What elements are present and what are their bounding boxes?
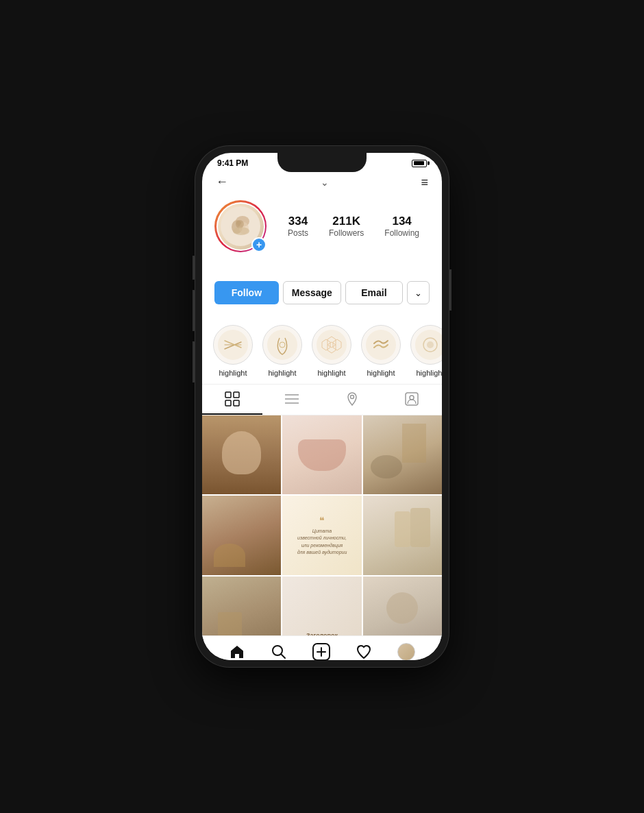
person-tag-icon (404, 391, 419, 406)
svg-point-17 (366, 330, 396, 360)
search-nav-button[interactable] (271, 644, 287, 660)
post-cell-1[interactable] (202, 415, 281, 494)
highlight-label-4: highlight (367, 369, 395, 377)
volume-down-button[interactable] (193, 341, 195, 383)
phone-notch (277, 153, 367, 172)
menu-button[interactable]: ≡ (421, 176, 428, 189)
highlights-row: highlight highlight (202, 322, 442, 384)
heart-icon (356, 644, 372, 660)
following-label: Following (384, 228, 419, 238)
home-nav-button[interactable] (229, 644, 245, 660)
home-icon (229, 644, 245, 660)
followers-label: Followers (329, 228, 364, 238)
highlight-item-3[interactable]: highlight (312, 325, 351, 377)
profile-dropdown-button[interactable]: ⌄ (321, 177, 329, 188)
svg-point-20 (427, 341, 434, 348)
bio-area (214, 260, 430, 281)
add-icon (312, 643, 330, 660)
tab-grid[interactable] (202, 385, 262, 415)
location-icon (345, 391, 360, 406)
status-time: 9:41 PM (217, 158, 248, 168)
bottom-nav (202, 635, 442, 660)
highlight-circle-2 (262, 325, 302, 365)
following-stat[interactable]: 134 Following (384, 215, 419, 238)
post-cell-2[interactable] (282, 415, 361, 494)
profile-avatar-small (397, 643, 415, 660)
posts-grid: ❝ Цитатаизвестной личности,или рекоменда… (202, 415, 442, 635)
tab-bar (202, 384, 442, 415)
post-cell-8[interactable]: Заголовокпоста (282, 577, 361, 635)
followers-stat[interactable]: 211K Followers (329, 215, 364, 238)
highlight-circle-3 (312, 325, 351, 365)
avatar-container[interactable]: + (214, 200, 267, 252)
svg-rect-21 (225, 392, 231, 398)
post-cell-9[interactable] (363, 577, 442, 635)
highlight-circle-4 (361, 325, 401, 365)
add-story-button[interactable]: + (251, 237, 267, 252)
status-icons (412, 160, 427, 167)
message-button[interactable]: Message (283, 281, 341, 304)
followers-count: 211K (329, 215, 364, 228)
posts-count: 334 (288, 215, 308, 228)
highlight-item-5[interactable]: highlight (410, 325, 442, 377)
post-cell-5[interactable]: ❝ Цитатаизвестной личности,или рекоменда… (282, 496, 361, 574)
svg-rect-24 (234, 400, 239, 406)
power-button[interactable] (449, 269, 451, 311)
svg-point-28 (350, 396, 354, 399)
volume-up-button[interactable] (193, 290, 195, 331)
more-options-button[interactable]: ⌄ (407, 281, 430, 304)
search-icon (271, 644, 287, 660)
highlight-item-1[interactable]: highlight (213, 325, 253, 377)
svg-point-12 (317, 330, 347, 360)
svg-line-32 (281, 654, 285, 658)
action-buttons: Follow Message Email ⌄ (214, 281, 430, 304)
highlight-label-3: highlight (318, 369, 346, 377)
scroll-area[interactable]: ← ⌄ ≡ (202, 171, 442, 635)
stats-row: 334 Posts 211K Followers 134 Following (277, 215, 430, 238)
silent-button[interactable] (193, 256, 195, 280)
profile-section: + 334 Posts 211K Followers 134 (202, 195, 442, 322)
highlight-circle-1 (213, 325, 253, 365)
svg-point-30 (410, 396, 414, 400)
post-cell-7[interactable] (202, 577, 281, 635)
nav-bar: ← ⌄ ≡ (202, 171, 442, 195)
grid-icon (225, 391, 240, 406)
highlight-label-2: highlight (269, 369, 297, 377)
highlight-circle-5 (410, 325, 442, 365)
post-cell-3[interactable] (363, 415, 442, 494)
post-cell-4[interactable] (202, 496, 281, 574)
following-count: 134 (384, 215, 419, 228)
tab-tagged[interactable] (382, 385, 443, 415)
post-cell-6[interactable] (363, 496, 442, 574)
tab-location[interactable] (322, 385, 382, 415)
battery-icon (412, 160, 427, 167)
back-button[interactable]: ← (216, 175, 228, 189)
profile-top: + 334 Posts 211K Followers 134 (214, 200, 430, 252)
svg-rect-23 (225, 400, 231, 406)
highlight-item-4[interactable]: highlight (361, 325, 401, 377)
list-icon (284, 391, 299, 406)
tab-list[interactable] (262, 385, 323, 415)
posts-label: Posts (288, 228, 308, 238)
highlight-item-2[interactable]: highlight (262, 325, 302, 377)
add-post-nav-button[interactable] (312, 643, 330, 660)
svg-point-5 (233, 227, 249, 235)
activity-nav-button[interactable] (356, 644, 372, 660)
follow-button[interactable]: Follow (214, 281, 279, 304)
posts-stat[interactable]: 334 Posts (288, 215, 308, 238)
svg-rect-22 (234, 392, 239, 398)
highlight-label-5: highlight (417, 369, 443, 377)
svg-point-10 (267, 330, 297, 360)
email-button[interactable]: Email (345, 281, 403, 304)
highlight-label-1: highlight (219, 369, 247, 377)
profile-nav-button[interactable] (397, 643, 415, 660)
